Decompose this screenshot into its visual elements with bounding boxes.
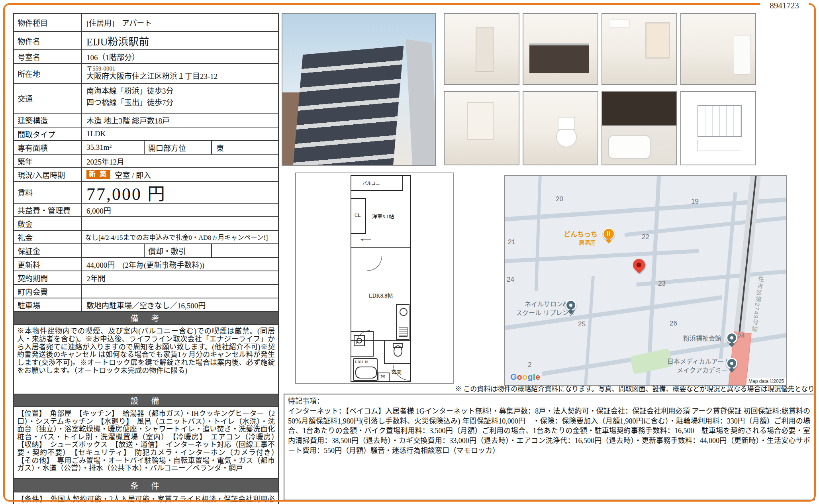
google-letter: o [522,372,527,381]
row-value [82,217,278,230]
access-line-2: 四つ橋線「玉出」徒歩7分 [86,97,174,108]
block-number: 25 [578,320,586,328]
bathtub [608,135,650,159]
block-number: 22 [642,233,649,241]
block-number: 24 [507,276,514,284]
row-label: 契約期間 [14,271,82,284]
partition-wall [351,247,410,248]
ldk-label: LDK8.8帖 [351,291,410,299]
road-name-label: 住吉区第2749号線 [750,275,765,333]
glass-door [467,102,494,140]
toilet-bowl [556,127,577,147]
row-label: 礼金 [14,231,82,243]
row-value: 6,000円 [82,204,278,216]
equipment-body: 【位置】 角部屋 【キッチン】 給湯器（都市ガス）・IHクッキングヒーター（2口… [14,407,278,479]
block-number: 2 [528,361,531,369]
property-table: 物件種目 [住居用] アパート 物件名 EIJU粉浜駅前 号室名 106（1階部… [13,13,279,504]
pipe-space-label: PS [380,374,385,379]
photo-hallway [444,91,519,165]
toilet-tank-plan [393,343,403,348]
window [645,22,670,58]
table-row: 築年 2025年12月 [14,155,278,168]
row-label: 町内会費 [14,285,82,298]
pin-tail [606,238,611,243]
property-location-pin-icon [631,257,647,273]
row-label: 更新料 [14,258,82,271]
deposit-value [82,244,145,257]
row-value: 1LDK [82,127,278,140]
amortization-value [212,244,278,257]
row-label: 共益費・管理費 [14,204,82,216]
row-value: 木造 地上3階 総戸数18戸 [82,114,278,127]
floor-plan: バルコニー CL 洋室5.1帖 ← LDK8.8帖 UB11-16 [295,173,454,384]
unit-bath: UB11-16 [353,358,378,381]
row-value: 106（1階部分） [82,50,278,63]
table-row: 建築構造 木造 地上3階 総戸数18戸 [14,114,278,127]
conditions-body: 【条件】 外国人契約可能・2人入居可能・家賃スライド相談・保証会社利用必須 [14,492,278,504]
table-row-deposit: 保証金 償却・敷引 [14,244,278,258]
new-build-badge: 新 築 [86,170,110,179]
amortization-label: 償却・敷引 [145,244,212,257]
row-label: 敷金 [14,217,82,230]
academy-label-2: メイクアカデミー [677,365,728,375]
row-value: 敷地内駐車場／空きなし／16,500円 [82,298,278,311]
bedroom-label: 洋室5.1帖 [372,212,394,220]
opening-direction-label: 開口部方位 [145,141,212,154]
row-label: 現況/入居時期 [14,168,82,181]
block-number: 20 [556,195,563,203]
table-row: 契約期間 2年間 [14,271,278,285]
block-number: 23 [658,280,666,288]
row-label: 間取タイプ [14,127,82,140]
closet-label: CL [355,212,361,218]
row-label: 交通 [14,84,82,113]
access-line-1: 南海本線「粉浜」徒歩3分 [86,85,174,97]
nail-salon-pin-icon [565,300,576,311]
table-row-rent: 賃料 77,000 円 [14,182,278,204]
status-cell: 新 築 空室 / 即入 [82,168,278,181]
site-plan-annex [698,140,741,151]
table-row: 所在地 〒559-0001 大阪府大阪市住之江区粉浜１丁目23-12 [14,64,278,84]
toilet-tank [558,117,576,130]
opening-direction-value: 東 [212,141,278,154]
block-number: 26 [670,320,677,328]
access-cell: 南海本線「粉浜」徒歩3分 四つ橋線「玉出」徒歩7分 [82,84,278,113]
floor-plan-drawing: バルコニー CL 洋室5.1帖 ← LDK8.8帖 UB11-16 [351,175,411,382]
kitchen-unit [396,304,410,340]
kitchen-stove [399,327,408,337]
google-letter: g [528,372,533,381]
kitchen-sink [400,308,408,316]
property-name: EIJU粉浜駅前 [82,32,278,49]
address: 大阪府大阪市住之江区粉浜１丁目23-12 [86,72,217,81]
property-sheet: 8941723 物件種目 [住居用] アパート 物件名 EIJU粉浜駅前 号室名… [0,0,819,504]
row-label: 物件名 [14,32,82,49]
kitchen-counter [529,43,589,73]
map-road [584,276,595,386]
site-plan-drawing [698,105,742,137]
restaurant-label: どんちっち [564,229,598,239]
toilet-room [384,340,410,364]
ldk-door-arc [367,256,382,271]
map-road [504,249,699,263]
photo-interior-room [444,13,519,85]
table-row: 町内会費 [14,285,278,298]
row-value: 2025年12月 [82,155,278,167]
address-cell: 〒559-0001 大阪府大阪市住之江区粉浜１丁目23-12 [82,64,278,83]
block-number: 21 [508,238,515,246]
restaurant-sublabel: 居酒屋 [579,238,596,246]
table-row: 交通 南海本線「粉浜」徒歩3分 四つ橋線「玉出」徒歩7分 [14,84,278,114]
building-facade [292,46,404,166]
row-label: 物件種目 [14,14,82,31]
row-value: 2年間 [82,271,278,284]
block-number: 24 [737,332,745,340]
nail-salon-label-2: スクール リプレンダ [516,308,575,317]
balcony-label: バルコニー [362,180,384,186]
row-label: 築年 [14,155,82,167]
neighbor-building-right [406,39,436,166]
special-notes-box: 特記事項： インターネット：【ベイコム】入居者様 1Gインターネット無料!・募集… [284,394,815,500]
photo-kitchen [523,13,598,85]
row-value: 44,000円 (2年毎(更新事務手数料)) [82,258,278,271]
map-road [504,197,787,222]
table-row: 更新料 44,000円 (2年毎(更新事務手数料)) [14,258,278,271]
table-row: 間取タイプ 1LDK [14,127,278,141]
nail-salon-label-1: ネイルサロン& [525,299,567,308]
